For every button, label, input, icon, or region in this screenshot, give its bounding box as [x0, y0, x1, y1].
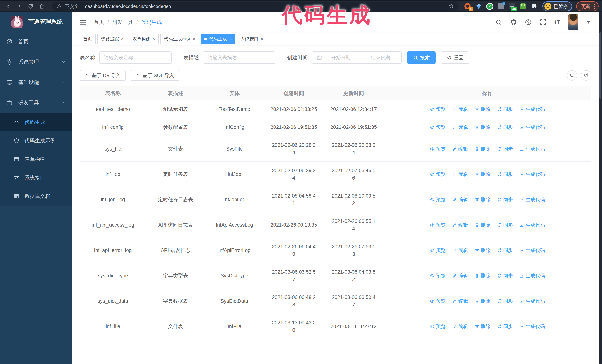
action-delete-link[interactable]: 删除: [475, 323, 491, 330]
sidebar-item-infrastructure[interactable]: 基础设施: [0, 72, 72, 93]
action-preview-link[interactable]: 预览: [430, 170, 446, 178]
tab-close-icon[interactable]: ×: [152, 37, 155, 41]
action-delete-link[interactable]: 删除: [475, 221, 491, 229]
sidebar-item-form-builder[interactable]: 表单构建: [0, 150, 72, 168]
action-generate-code-link[interactable]: 生成代码: [520, 297, 545, 305]
action-delete-link[interactable]: 删除: [475, 247, 491, 254]
action-generate-code-link[interactable]: 生成代码: [520, 196, 545, 203]
action-sync-link[interactable]: 同步: [497, 297, 513, 305]
action-delete-link[interactable]: 删除: [475, 145, 491, 153]
action-edit-link[interactable]: 编辑: [452, 221, 468, 229]
browser-menu-dots-icon[interactable]: [594, 4, 595, 9]
action-sync-link[interactable]: 同步: [497, 170, 513, 178]
browser-reload-icon[interactable]: [26, 2, 36, 11]
action-sync-link[interactable]: 同步: [497, 247, 513, 254]
tab-close-icon[interactable]: ×: [261, 37, 263, 41]
tab-system-api[interactable]: 系统接口 ×: [237, 34, 267, 44]
extension-gem-icon[interactable]: [475, 3, 482, 10]
reset-button[interactable]: 重置: [441, 52, 469, 64]
action-edit-link[interactable]: 编辑: [452, 196, 468, 203]
browser-update-button[interactable]: 更新: [576, 1, 599, 11]
tab-codegen[interactable]: 代码生成 ×: [201, 34, 235, 44]
action-sync-link[interactable]: 同步: [497, 323, 513, 330]
action-preview-link[interactable]: 预览: [430, 323, 446, 330]
refresh-table-button[interactable]: [581, 70, 591, 81]
action-edit-link[interactable]: 编辑: [452, 247, 468, 254]
extension-orange-ring-icon[interactable]: 1: [464, 3, 471, 10]
date-range-picker[interactable]: 开始日期 - 结束日期: [312, 52, 402, 64]
start-date-placeholder[interactable]: 开始日期: [324, 54, 357, 61]
action-sync-link[interactable]: 同步: [497, 145, 513, 153]
action-edit-link[interactable]: 编辑: [452, 297, 468, 305]
action-sync-link[interactable]: 同步: [497, 124, 513, 131]
extension-frog-icon[interactable]: [519, 3, 527, 10]
sidebar-item-home[interactable]: 首页: [0, 31, 72, 52]
breadcrumb-dev-tools[interactable]: 研发工具: [112, 19, 133, 26]
action-delete-link[interactable]: 删除: [475, 297, 491, 305]
browser-profile-chip[interactable]: 已暂停: [542, 1, 572, 11]
extension-sliders-icon[interactable]: [497, 3, 505, 10]
action-delete-link[interactable]: 删除: [475, 124, 491, 131]
action-preview-link[interactable]: 预览: [430, 272, 446, 279]
sidebar-item-system-mgmt[interactable]: 系统管理: [0, 52, 72, 72]
action-edit-link[interactable]: 编辑: [452, 105, 468, 113]
page-scrollbar[interactable]: [599, 12, 602, 364]
address-bar[interactable]: 不安全 dashboard.yudao.iocoder.cn/tool/code…: [52, 2, 459, 10]
action-delete-link[interactable]: 删除: [475, 105, 491, 113]
browser-forward-icon[interactable]: [14, 2, 24, 11]
tab-home[interactable]: 首页: [80, 34, 96, 44]
action-delete-link[interactable]: 删除: [475, 196, 491, 203]
action-edit-link[interactable]: 编辑: [452, 170, 468, 178]
action-generate-code-link[interactable]: 生成代码: [520, 170, 545, 178]
extension-dark-stack-icon[interactable]: on: [508, 3, 516, 10]
action-edit-link[interactable]: 编辑: [452, 145, 468, 153]
hamburger-icon[interactable]: [79, 19, 87, 26]
action-edit-link[interactable]: 编辑: [452, 124, 468, 131]
url-text[interactable]: dashboard.yudao.iocoder.cn/tool/codegen: [85, 4, 446, 9]
tab-close-icon[interactable]: ×: [193, 37, 195, 41]
action-generate-code-link[interactable]: 生成代码: [520, 221, 545, 229]
browser-home-icon[interactable]: [37, 2, 47, 11]
search-button[interactable]: 搜索: [407, 52, 436, 64]
action-preview-link[interactable]: 预览: [430, 221, 446, 229]
table-name-input[interactable]: [104, 55, 167, 61]
action-generate-code-link[interactable]: 生成代码: [520, 145, 545, 153]
sidebar-item-dev-tools[interactable]: 研发工具: [0, 93, 72, 113]
action-delete-link[interactable]: 删除: [475, 170, 491, 178]
sidebar-item-codegen-example[interactable]: 代码生成示例: [0, 131, 72, 150]
action-edit-link[interactable]: 编辑: [452, 272, 468, 279]
action-sync-link[interactable]: 同步: [497, 272, 513, 279]
extensions-puzzle-icon[interactable]: [530, 3, 538, 10]
help-icon[interactable]: [525, 19, 532, 26]
tab-close-icon[interactable]: ×: [121, 37, 124, 41]
action-edit-link[interactable]: 编辑: [452, 323, 468, 330]
action-preview-link[interactable]: 预览: [430, 105, 446, 113]
action-sync-link[interactable]: 同步: [497, 196, 513, 203]
tab-form-builder[interactable]: 表单构建 ×: [129, 34, 159, 44]
sidebar-logo-row[interactable]: 芋道管理系统: [0, 12, 72, 31]
extension-green-check-icon[interactable]: ✓: [486, 3, 494, 10]
sidebar-item-db-docs[interactable]: 数据库文档: [0, 187, 72, 206]
action-generate-code-link[interactable]: 生成代码: [520, 272, 545, 279]
action-preview-link[interactable]: 预览: [430, 196, 446, 203]
action-preview-link[interactable]: 预览: [430, 145, 446, 153]
action-generate-code-link[interactable]: 生成代码: [520, 247, 545, 254]
avatar-caret-icon[interactable]: [586, 21, 591, 23]
bookmark-star-icon[interactable]: [449, 3, 454, 9]
end-date-placeholder[interactable]: 结束日期: [364, 54, 397, 61]
sidebar-item-codegen[interactable]: 代码生成: [0, 113, 72, 131]
action-sync-link[interactable]: 同步: [497, 105, 513, 113]
font-size-icon[interactable]: tT: [555, 19, 560, 25]
action-delete-link[interactable]: 删除: [475, 272, 491, 279]
action-generate-code-link[interactable]: 生成代码: [520, 323, 545, 330]
action-sync-link[interactable]: 同步: [497, 221, 513, 229]
github-icon[interactable]: [510, 19, 517, 26]
sidebar-item-system-api[interactable]: 系统接口: [0, 168, 72, 187]
import-db-button[interactable]: 基于 DB 导入: [80, 70, 126, 81]
search-icon[interactable]: [495, 19, 502, 26]
action-generate-code-link[interactable]: 生成代码: [520, 124, 545, 131]
tab-close-icon[interactable]: ×: [229, 37, 232, 41]
tab-tracing[interactable]: 链路追踪 ×: [97, 34, 127, 44]
fullscreen-icon[interactable]: [540, 19, 547, 26]
user-avatar[interactable]: [568, 14, 578, 30]
